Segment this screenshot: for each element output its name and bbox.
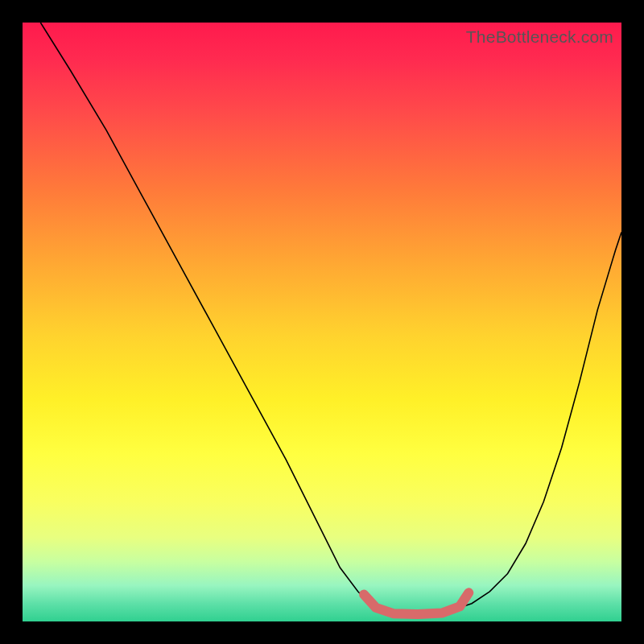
bottom-accent-curve bbox=[364, 592, 469, 614]
left-curve bbox=[40, 23, 382, 609]
curve-layer bbox=[23, 23, 621, 621]
right-curve bbox=[454, 232, 621, 609]
plot-area: TheBottleneck.com bbox=[23, 23, 621, 621]
chart-container: TheBottleneck.com bbox=[0, 0, 644, 644]
